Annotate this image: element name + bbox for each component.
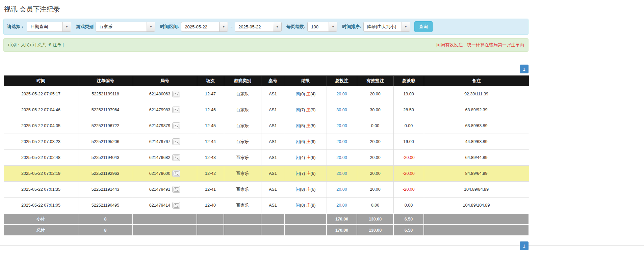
round-id-text: 621480063 [149,92,171,96]
chevron-down-icon[interactable]: ▼ [219,22,228,31]
cell-table-no: AS1 [261,118,285,134]
filter-bar: 请选择： 日期查询 ▼ 游戏类别 百家乐 ▼ 时间区间: 2025-05-22 … [3,19,529,35]
result-banker-score: (8) [310,203,315,208]
total-bet-link[interactable]: 20.00 [336,123,347,128]
cell-result: 闲(5) 庄(5) [285,118,327,134]
date-to-value: 2025-05-22 [235,22,273,31]
cell-table-no: AS1 [261,134,285,150]
cell-valid-bet: 20.00 [357,182,393,198]
pagination-top: 1 [3,65,529,73]
cell-round-id: 621479414 [133,198,197,214]
total-bet-link[interactable]: 20.00 [336,187,347,192]
game-type-value: 百家乐 [96,22,147,31]
cell-bet-id: 522521192963 [78,166,133,182]
cell-game-type: 百家乐 [224,118,261,134]
cell-payout: 19.00 [393,134,424,150]
result-banker-score: (6) [310,155,315,160]
cell-payout: 28.50 [393,102,424,118]
round-result-icon[interactable] [172,138,180,145]
result-banker-score: (9) [310,108,315,112]
cell-table-no: AS1 [261,86,285,102]
column-header: 注单编号 [78,76,133,86]
total-count: 8 [78,225,133,236]
cell-total-bet: 20.00 [327,118,357,134]
result-player-score: (5) [300,123,305,128]
round-result-icon[interactable] [172,170,180,177]
total-bet-link[interactable]: 20.00 [336,203,347,208]
chevron-down-icon[interactable]: ▼ [402,22,410,31]
cell-round-id: 621480063 [133,86,197,102]
total-bet-link[interactable]: 30.00 [336,108,347,112]
result-player-score: (8) [300,187,305,192]
total-bet-link[interactable]: 20.00 [336,171,347,176]
page-size-select[interactable]: 100 ▼ [307,22,337,32]
column-header: 总投注 [327,76,357,86]
round-result-icon[interactable] [172,186,180,193]
cell-result: 闲(8) 庄(6) [285,182,327,198]
result-banker: 庄 [306,108,311,112]
round-result-icon[interactable] [172,154,180,161]
date-to-select[interactable]: 2025-05-22 ▼ [235,22,282,32]
result-banker-score: (6) [310,171,315,176]
result-banker-score: (4) [310,92,315,96]
query-type-select[interactable]: 日期查询 ▼ [27,22,71,32]
round-result-icon[interactable] [172,122,180,129]
cell-bet-id: 522521195206 [78,134,133,150]
column-header: 桌号 [261,76,285,86]
chevron-down-icon[interactable]: ▼ [329,22,337,31]
cell-valid-bet: 20.00 [357,166,393,182]
cell-time: 2025-05-22 07:05:17 [4,86,78,102]
section-divider [0,246,644,246]
subtotal-label: 小计 [4,213,78,225]
total-payout: 6.50 [393,225,424,236]
cell-remark: 92.39/111.39 [424,86,529,102]
cell-round-id: 621479682 [133,150,197,166]
subtotal-payout: 6.50 [393,213,424,225]
subtotal-count: 8 [78,213,133,225]
cell-valid-bet: 20.00 [357,150,393,166]
cell-bet-id: 522521190495 [78,198,133,214]
total-bet-link[interactable]: 20.00 [336,92,347,96]
page-1-button[interactable]: 1 [520,241,529,250]
column-header: 场次 [197,76,224,86]
result-player: 闲 [295,123,300,128]
round-result-icon[interactable] [172,91,180,97]
column-header: 时间 [4,76,78,86]
cell-table-no: AS1 [261,198,285,214]
cell-time: 2025-05-22 07:04:46 [4,102,78,118]
result-banker: 庄 [306,139,311,144]
game-type-select[interactable]: 百家乐 ▼ [96,22,155,32]
result-banker: 庄 [306,171,311,176]
column-header: 有效投注 [357,76,393,86]
cell-valid-bet: 0.00 [357,198,393,214]
round-result-icon[interactable] [172,107,180,113]
cell-session: 12-42 [197,166,224,182]
result-banker-score: (6) [310,187,315,192]
search-button[interactable]: 查询 [414,21,433,32]
pagination-bottom: 1 [3,241,529,253]
chevron-down-icon[interactable]: ▼ [147,22,155,31]
sort-value: 降幂(由大到小) [364,22,402,31]
cell-time: 2025-05-22 07:03:23 [4,134,78,150]
chevron-down-icon[interactable]: ▼ [62,22,71,31]
table-row: 2025-05-22 07:05:17 522521199118 6214800… [4,86,529,102]
result-player: 闲 [295,171,300,176]
subtotal-valid-bet: 130.00 [357,213,393,225]
round-result-icon[interactable] [172,202,180,209]
table-row: 2025-05-22 07:01:05 522521190495 6214794… [4,198,529,214]
table-row: 2025-05-22 07:03:23 522521195206 6214797… [4,134,529,150]
result-player-score: (7) [300,171,305,176]
cell-game-type: 百家乐 [224,198,261,214]
cell-result: 闲(0) 庄(4) [285,86,327,102]
chevron-down-icon[interactable]: ▼ [273,22,281,31]
page-1-button[interactable]: 1 [520,65,529,73]
cell-remark: 84.89/64.89 [424,166,529,182]
cell-remark: 63.89/92.39 [424,102,529,118]
date-from-select[interactable]: 2025-05-22 ▼ [181,22,228,32]
result-banker-score: (9) [310,139,315,144]
total-bet-link[interactable]: 20.00 [336,139,347,144]
sort-select[interactable]: 降幂(由大到小) ▼ [363,22,410,32]
total-bet-link[interactable]: 20.00 [336,155,347,160]
currency-total-text: 币别：人民币 | 总共 :8 注单 | [8,42,64,48]
cell-valid-bet: 20.00 [357,86,393,102]
